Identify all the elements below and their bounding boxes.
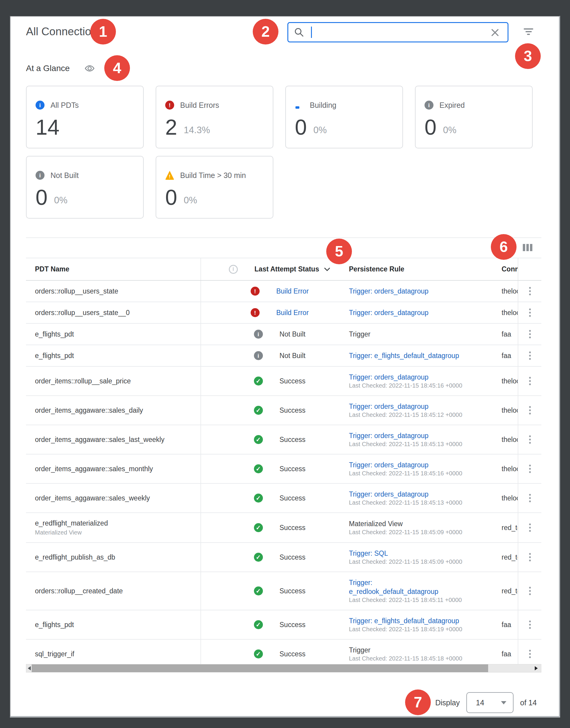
- status-label[interactable]: Success: [280, 465, 306, 473]
- horizontal-scrollbar[interactable]: [26, 664, 541, 672]
- persistence-rule[interactable]: Trigger: orders_datagroup: [349, 461, 499, 470]
- filter-icon[interactable]: [523, 28, 534, 36]
- kebab-menu-icon[interactable]: [529, 650, 531, 658]
- pdt-name: order_items_aggaware::sales_weekly: [35, 494, 193, 502]
- status-label[interactable]: Build Error: [276, 309, 309, 317]
- status-icon: [254, 435, 263, 444]
- kebab-menu-icon[interactable]: [529, 621, 531, 629]
- stat-percent: 0%: [313, 125, 327, 136]
- stat-value: 2: [165, 116, 177, 138]
- table-row: order_items_aggaware::sales_monthly Succ…: [26, 455, 541, 484]
- column-header-pdt-name[interactable]: PDT Name: [26, 258, 201, 280]
- connection-name: thelook: [502, 377, 518, 385]
- status-icon: [254, 494, 263, 503]
- kebab-menu-icon[interactable]: [529, 553, 531, 561]
- annotation-badge: 3: [515, 43, 541, 69]
- column-header-status-label: Last Attempt Status: [255, 265, 319, 273]
- kebab-menu-icon[interactable]: [529, 436, 531, 444]
- stat-card[interactable]: Building 0 0%: [285, 86, 403, 148]
- persistence-rule[interactable]: Trigger: orders_datagroup: [349, 287, 499, 295]
- total-count-label: of 14: [520, 698, 537, 707]
- stat-value: 14: [36, 116, 59, 138]
- table-toolbar: [26, 237, 541, 258]
- status-icon: [254, 587, 263, 595]
- stat-card[interactable]: Expired 0 0%: [415, 86, 533, 148]
- last-checked-label: Last Checked: 2022-11-15 18:45:09 +0000: [349, 528, 499, 536]
- column-header-connection[interactable]: Connection: [502, 258, 518, 280]
- persistence-rule[interactable]: Materialized View: [349, 519, 499, 528]
- last-checked-label: Last Checked: 2022-11-15 18:45:13 +0000: [349, 440, 499, 448]
- kebab-menu-icon[interactable]: [529, 494, 531, 502]
- status-icon: [254, 620, 263, 629]
- search-input[interactable]: [312, 23, 508, 41]
- pdt-name: e_redflight_materialized: [35, 519, 193, 527]
- persistence-rule[interactable]: Trigger:e_redlook_default_datagroup: [349, 578, 499, 596]
- pdt-name: order_items_aggaware::sales_daily: [35, 406, 193, 415]
- select-columns-icon[interactable]: [523, 244, 532, 251]
- table-header-row: PDT Name Last Attempt Status Persistence…: [26, 258, 541, 281]
- kebab-menu-icon[interactable]: [529, 377, 531, 385]
- pdt-subtitle: Materialized View: [35, 529, 193, 536]
- kebab-menu-icon[interactable]: [529, 465, 531, 473]
- stat-card[interactable]: Build Time > 30 min 0 0%: [156, 156, 273, 218]
- persistence-rule[interactable]: Trigger: orders_datagroup: [349, 431, 499, 440]
- pdt-name: order_items_aggaware::sales_last_weekly: [35, 436, 193, 444]
- status-label[interactable]: Not Built: [280, 352, 306, 360]
- stat-card[interactable]: All PDTs 14: [26, 86, 144, 148]
- persistence-rule[interactable]: Trigger: [349, 646, 499, 655]
- status-label[interactable]: Success: [280, 407, 306, 415]
- kebab-menu-icon[interactable]: [529, 524, 531, 532]
- status-label[interactable]: Success: [280, 524, 306, 532]
- page-size-dropdown[interactable]: 14: [466, 692, 514, 713]
- table-row: orders::rollup__users_state__0 Build Err…: [26, 302, 541, 324]
- table-row: order_items_aggaware::sales_daily Succes…: [26, 396, 541, 425]
- eye-icon[interactable]: [84, 64, 95, 73]
- status-icon: [254, 553, 263, 562]
- scroll-left-arrow-icon[interactable]: [28, 666, 31, 670]
- page-size-value: 14: [476, 698, 484, 707]
- search-icon: [294, 27, 304, 38]
- table-row: order_items_aggaware::sales_last_weekly …: [26, 425, 541, 455]
- pdt-name: order_items_aggaware::sales_monthly: [35, 465, 193, 473]
- persistence-rule[interactable]: Trigger: orders_datagroup: [349, 373, 499, 382]
- persistence-rule[interactable]: Trigger: SQL: [349, 549, 499, 558]
- connection-name: faa: [502, 621, 518, 629]
- persistence-rule[interactable]: Trigger: orders_datagroup: [349, 308, 499, 317]
- kebab-menu-icon[interactable]: [529, 330, 531, 338]
- status-label[interactable]: Success: [280, 650, 306, 658]
- column-header-status[interactable]: Last Attempt Status: [201, 258, 349, 280]
- annotation-badge: 7: [405, 689, 431, 715]
- stat-value: 0: [36, 186, 47, 208]
- status-label[interactable]: Success: [280, 494, 306, 502]
- scroll-right-arrow-icon[interactable]: [535, 666, 538, 670]
- persistence-rule[interactable]: Trigger: [349, 330, 499, 338]
- status-label[interactable]: Success: [280, 621, 306, 629]
- stat-percent: 0%: [54, 195, 67, 206]
- status-icon: [254, 351, 263, 360]
- persistence-rule[interactable]: Trigger: orders_datagroup: [349, 402, 499, 411]
- status-label[interactable]: Not Built: [280, 330, 306, 338]
- status-label[interactable]: Success: [280, 587, 306, 595]
- status-icon: [251, 308, 260, 317]
- kebab-menu-icon[interactable]: [529, 308, 531, 317]
- status-label[interactable]: Success: [280, 553, 306, 561]
- status-label[interactable]: Success: [280, 436, 306, 444]
- column-header-rule[interactable]: Persistence Rule: [349, 258, 502, 280]
- kebab-menu-icon[interactable]: [529, 351, 531, 360]
- status-label[interactable]: Success: [280, 377, 306, 385]
- persistence-rule[interactable]: Trigger: orders_datagroup: [349, 490, 499, 499]
- kebab-menu-icon[interactable]: [529, 587, 531, 595]
- clear-search-icon[interactable]: [490, 28, 500, 37]
- pagination-bar: Display 14 of 14: [435, 692, 537, 713]
- status-icon: [254, 377, 263, 386]
- persistence-rule[interactable]: Trigger: e_flights_default_datagroup: [349, 351, 499, 360]
- scrollbar-thumb[interactable]: [32, 664, 488, 672]
- stat-card[interactable]: Build Errors 2 14.3%: [156, 86, 273, 148]
- persistence-rule[interactable]: Trigger: e_flights_default_datagroup: [349, 616, 499, 625]
- status-icon: [254, 330, 263, 338]
- kebab-menu-icon[interactable]: [529, 406, 531, 415]
- stat-card[interactable]: Not Built 0 0%: [26, 156, 144, 218]
- status-label[interactable]: Build Error: [276, 287, 309, 295]
- kebab-menu-icon[interactable]: [529, 287, 531, 295]
- last-checked-label: Last Checked: 2022-11-15 18:45:16 +0000: [349, 382, 499, 390]
